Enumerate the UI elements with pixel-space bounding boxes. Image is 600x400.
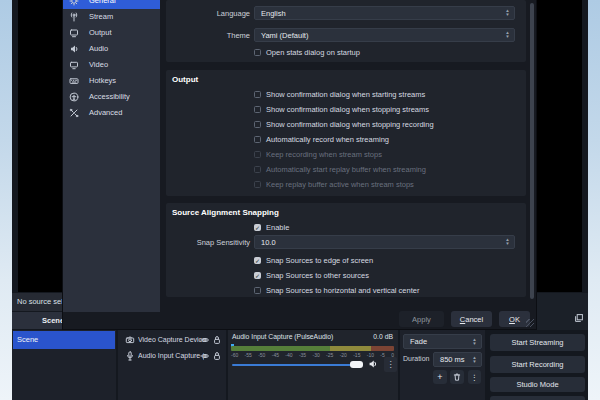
meter-tick-label: -30 [312,352,319,358]
language-select[interactable]: English ▲▼ [254,6,515,20]
checkbox-label: Snap Sources to other sources [266,271,369,280]
snap-sensitivity-spinbox[interactable]: 10.0 ▲▼ [254,235,515,249]
transition-select[interactable]: Fade ▲▼ [403,334,482,349]
hotkeys-icon [69,76,79,86]
checkbox-label: Snap Sources to horizontal and vertical … [266,286,419,295]
sidebar-item-label: General [89,0,116,9]
checkbox-icon[interactable] [254,106,261,113]
sidebar-item-stream[interactable]: Stream [63,9,160,25]
checkbox-icon[interactable] [254,181,261,188]
sidebar-item-hotkeys[interactable]: Hotkeys [63,73,160,89]
checkbox-icon[interactable] [254,91,261,98]
volume-slider[interactable] [232,364,360,366]
mixer-menu-button[interactable]: ⋮ [384,357,397,372]
output-checkbox-3[interactable]: Automatically record when streaming [254,134,389,144]
dock-float-icon[interactable] [574,313,584,323]
start-streaming-button[interactable]: Start Streaming [490,334,585,351]
spinner-arrows-icon[interactable]: ▲▼ [470,353,479,366]
lock-icon[interactable] [212,335,222,345]
checkbox-icon[interactable] [254,287,261,294]
dialog-scrollbar[interactable] [530,3,534,299]
sidebar-item-label: Output [89,25,112,41]
output-checkbox-4[interactable]: Keep recording when stream stops [254,149,382,159]
sidebar-item-accessibility[interactable]: Accessibility [63,89,160,105]
meter-scale: -60-55-50-45-40-35-30-25-20-15-10-50 [231,352,394,358]
sidebar-item-label: Stream [89,9,113,25]
sidebar-item-label: Hotkeys [89,73,116,89]
output-checkbox-6[interactable]: Keep replay buffer active when stream st… [254,179,414,189]
chevron-updown-icon[interactable]: ▲▼ [503,7,512,19]
transition-value: Fade [410,335,427,348]
lock-icon[interactable] [212,351,222,361]
snap-checkbox-0[interactable]: ✓Snap Sources to edge of screen [254,255,373,265]
sidebar-item-audio[interactable]: Audio [63,41,160,57]
theme-select[interactable]: Yami (Default) ▲▼ [254,28,515,42]
output-checkbox-0[interactable]: Show confirmation dialog when starting s… [254,89,425,99]
eye-icon[interactable] [200,335,210,345]
checkbox-icon[interactable] [254,151,261,158]
output-checkbox-2[interactable]: Show confirmation dialog when stopping r… [254,119,434,129]
sidebar-item-advanced[interactable]: Advanced [63,105,160,121]
chevron-updown-icon[interactable]: ▲▼ [470,335,479,348]
sidebar-item-label: Accessibility [89,89,130,105]
scene-list-item[interactable]: Scene [13,331,115,349]
checkbox-icon[interactable]: ✓ [254,224,261,231]
checkbox-icon[interactable] [254,136,261,143]
mic-icon [125,351,135,361]
sidebar-item-output[interactable]: Output [63,25,160,41]
checkbox-label: Show confirmation dialog when stopping s… [266,105,429,114]
add-transition-button[interactable]: + [433,370,447,384]
start-recording-button[interactable]: Start Recording [490,356,585,373]
meter-tick-label: -55 [245,352,252,358]
stream-icon [69,12,79,22]
language-label: Language [166,9,250,18]
snapping-enable-checkbox[interactable]: ✓Enable [254,222,289,232]
checkbox-label: Open stats dialog on startup [266,48,360,57]
output-section-title: Output [172,75,198,84]
duration-spinbox[interactable]: 850 ms ▲▼ [433,352,482,367]
checkbox-icon[interactable] [254,121,261,128]
resize-grip[interactable] [526,319,534,327]
snapping-panel: Source Alignment Snapping ✓Enable Snap S… [166,203,526,297]
open-stats-checkbox[interactable]: Open stats dialog on startup [254,47,360,57]
controls-dock-header [537,293,588,330]
source-name: Video Capture Device [138,332,204,347]
checkbox-icon[interactable]: ✓ [254,272,261,279]
source-row[interactable]: Video Capture Device [118,332,226,347]
eye-icon[interactable] [200,351,210,361]
audio-mixer-dock: Audio Input Capture (PulseAudio) 0.0 dB … [228,330,398,400]
spinner-arrows-icon[interactable]: ▲▼ [503,236,512,248]
apply-button[interactable]: Apply [399,311,444,327]
meter-tick-label: -10 [367,352,374,358]
studio-mode-button[interactable]: Studio Mode [490,377,585,392]
sidebar-item-label: Video [89,57,108,73]
meter-tick-label: -15 [353,352,360,358]
snap-checkbox-2[interactable]: Snap Sources to horizontal and vertical … [254,285,419,295]
source-row[interactable]: Audio Input Capture ( [118,348,226,363]
duration-value: 850 ms [440,353,465,366]
remove-transition-button[interactable] [450,370,464,384]
checkbox-label: Show confirmation dialog when stopping r… [266,120,434,129]
volume-slider-handle[interactable] [350,361,363,368]
transition-properties-button[interactable]: ⋮ [468,370,481,384]
output-icon [69,28,79,38]
output-checkbox-5[interactable]: Automatically start replay buffer when s… [254,164,426,174]
checkbox-icon[interactable]: ✓ [254,257,261,264]
output-panel: Output Show confirmation dialog when sta… [166,70,526,196]
sidebar-item-video[interactable]: Video [63,57,160,73]
checkbox-label: Show confirmation dialog when starting s… [266,90,425,99]
trash-icon [452,372,462,382]
cancel-button[interactable]: Cancel [451,311,492,327]
snapping-section-title: Source Alignment Snapping [172,208,279,217]
theme-label: Theme [166,31,250,40]
checkbox-icon[interactable] [254,49,261,56]
snap-checkbox-1[interactable]: ✓Snap Sources to other sources [254,270,369,280]
checkbox-icon[interactable] [254,166,261,173]
accessibility-icon [69,92,79,102]
sidebar-item-general[interactable]: General [63,0,160,9]
chevron-updown-icon[interactable]: ▲▼ [503,29,512,41]
speaker-icon[interactable] [368,359,378,369]
checkbox-label: Automatically record when streaming [266,135,389,144]
settings-button[interactable]: Settings [490,396,585,400]
output-checkbox-1[interactable]: Show confirmation dialog when stopping s… [254,104,429,114]
